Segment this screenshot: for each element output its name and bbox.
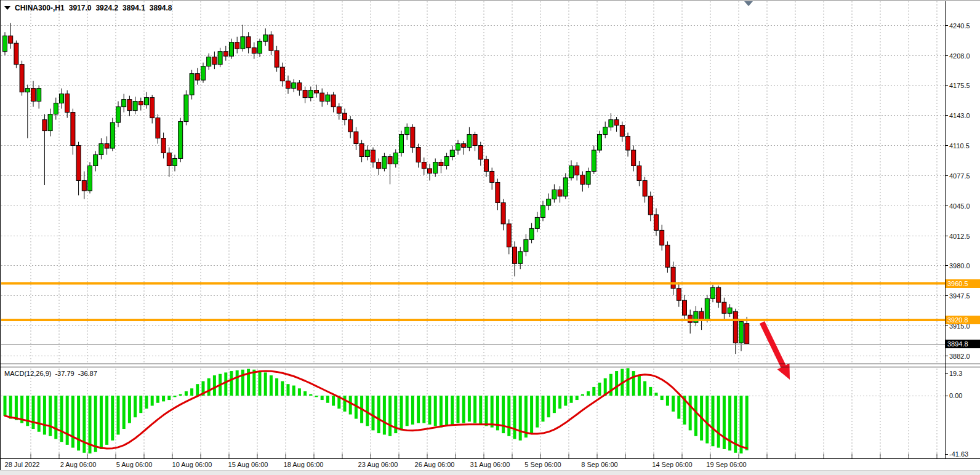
macd-histogram-bar xyxy=(677,396,680,419)
macd-histogram-bar xyxy=(632,371,635,396)
macd-histogram-bar xyxy=(440,396,443,428)
price-axis-label: 4012.5 xyxy=(949,233,970,241)
macd-histogram-bar xyxy=(717,396,720,448)
candle-body xyxy=(263,35,268,41)
candle-body xyxy=(337,107,341,113)
candle-body xyxy=(535,217,539,228)
macd-histogram-bar xyxy=(252,370,255,396)
candle-body xyxy=(269,35,273,50)
macd-histogram-bar xyxy=(309,394,312,396)
candle-body xyxy=(518,252,523,263)
window-bottom-edge xyxy=(0,470,980,475)
macd-histogram-bar xyxy=(451,396,454,425)
ohlc-low: 3894.1 xyxy=(122,4,145,12)
macd-histogram-bar xyxy=(524,396,528,437)
macd-histogram-bar xyxy=(507,396,510,436)
candle-body xyxy=(167,153,171,166)
macd-histogram-bar xyxy=(162,396,165,401)
macd-histogram-bar xyxy=(372,396,375,430)
macd-histogram-bar xyxy=(60,396,63,442)
candle-body xyxy=(632,150,636,166)
candle-body xyxy=(563,178,568,196)
macd-histogram-bar xyxy=(298,388,301,396)
macd-histogram-bar xyxy=(315,396,318,397)
macd-histogram-bar xyxy=(694,396,697,436)
time-axis-label: 14 Sep 06:00 xyxy=(652,461,692,469)
macd-histogram-bar xyxy=(105,396,108,445)
candle-body xyxy=(3,36,7,51)
candle-body xyxy=(48,114,52,131)
macd-histogram-bar xyxy=(224,372,227,396)
macd-histogram-bar xyxy=(281,381,284,396)
macd-histogram-bar xyxy=(230,371,233,396)
candle-body xyxy=(393,153,398,164)
candle-body xyxy=(297,83,302,90)
candle-body xyxy=(501,202,505,223)
candle-body xyxy=(586,171,590,184)
price-axis-label: 4143.0 xyxy=(949,112,970,120)
candle-body xyxy=(133,102,137,111)
macd-histogram-bar xyxy=(445,396,448,426)
macd-histogram-bar xyxy=(627,368,630,396)
time-axis-label: 15 Aug 06:00 xyxy=(228,461,268,469)
price-axis-label: 3882.0 xyxy=(949,353,970,361)
macd-histogram-bar xyxy=(434,396,437,426)
candle-body xyxy=(88,166,92,190)
macd-histogram-bar xyxy=(213,375,216,396)
chart-canvas[interactable] xyxy=(0,0,980,475)
candle-body xyxy=(354,132,358,143)
candle-body xyxy=(541,206,545,217)
macd-axis-label: 19.3 xyxy=(949,370,962,378)
candle-body xyxy=(145,98,149,105)
candle-body xyxy=(105,144,109,148)
macd-histogram-bar xyxy=(536,396,539,428)
candle-body xyxy=(371,150,376,162)
candle-body xyxy=(275,50,279,67)
macd-histogram-bar xyxy=(43,396,46,434)
horizontal-level-line[interactable] xyxy=(1,319,945,321)
candle-body xyxy=(524,239,528,251)
macd-histogram-bar xyxy=(179,394,182,396)
macd-histogram-bar xyxy=(581,394,584,396)
time-axis-label: 19 Sep 06:00 xyxy=(706,461,746,469)
macd-histogram-bar xyxy=(655,393,658,396)
macd-histogram-bar xyxy=(542,396,545,421)
ohlc-high: 3924.2 xyxy=(95,4,118,12)
candle-body xyxy=(184,95,188,121)
candle-body xyxy=(110,122,114,148)
macd-histogram-bar xyxy=(122,396,126,429)
candle-body xyxy=(513,247,517,263)
candle-body xyxy=(507,224,511,247)
trend-arrow-shaft[interactable] xyxy=(762,322,784,369)
macd-histogram-bar xyxy=(519,396,522,441)
candle-body xyxy=(14,43,18,64)
candle-body xyxy=(450,150,454,156)
candle-body xyxy=(598,135,602,150)
candle-body xyxy=(76,146,81,181)
collapse-triangle-icon[interactable] xyxy=(4,6,10,10)
candle-body xyxy=(654,215,659,230)
candle-body xyxy=(728,308,732,313)
time-axis-label: 5 Aug 06:00 xyxy=(116,461,153,469)
candle-body xyxy=(195,74,199,80)
horizontal-level-line[interactable] xyxy=(1,282,945,285)
macd-histogram-bar xyxy=(321,396,324,400)
candle-body xyxy=(212,57,217,65)
candle-body xyxy=(348,120,353,132)
candle-body xyxy=(711,287,715,298)
candle-body xyxy=(42,120,47,131)
macd-axis-label: -41.63 xyxy=(949,450,968,458)
price-axis-label: 4208.0 xyxy=(949,52,970,60)
candle-body xyxy=(558,190,562,196)
candle-body xyxy=(190,74,194,95)
macd-histogram-bar xyxy=(259,371,262,396)
candle-body xyxy=(37,89,41,102)
candle-body xyxy=(484,159,489,171)
macd-histogram-bar xyxy=(649,387,652,396)
macd-histogram-bar xyxy=(343,396,347,412)
macd-histogram-bar xyxy=(377,396,380,433)
macd-histogram-bar xyxy=(502,396,505,433)
candle-body xyxy=(717,287,721,302)
price-axis-label: 4240.5 xyxy=(949,22,970,30)
chart-shift-marker-icon[interactable] xyxy=(744,1,753,6)
